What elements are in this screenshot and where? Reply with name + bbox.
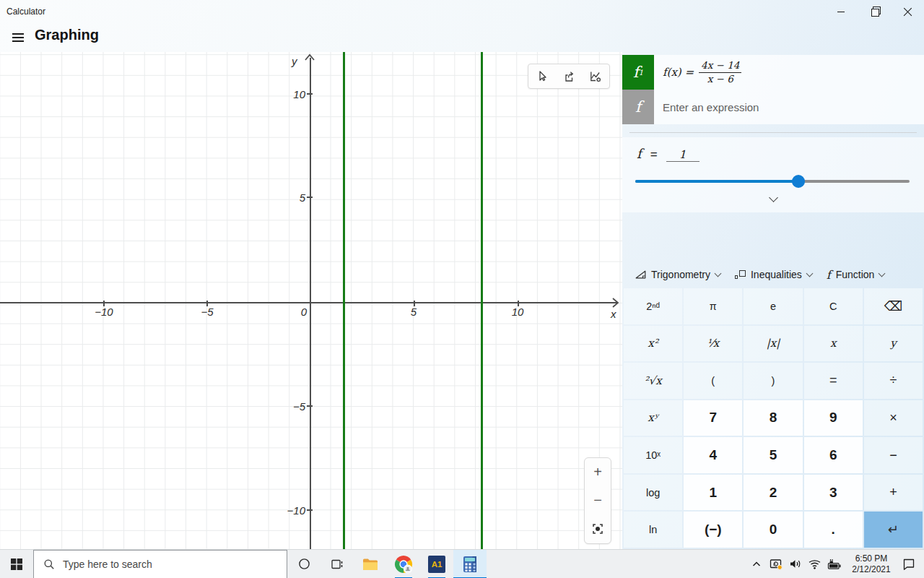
key-negate[interactable]: (−) <box>684 512 742 548</box>
trigonometry-menu[interactable]: Trigonometry <box>631 266 725 283</box>
expression-input[interactable]: Enter an expression <box>654 90 924 124</box>
y-tick-label: −5 <box>278 400 305 413</box>
close-button[interactable] <box>891 0 924 23</box>
key-close-paren[interactable]: ) <box>744 363 802 399</box>
trace-button[interactable] <box>528 64 555 88</box>
key-0[interactable]: 0 <box>744 512 802 548</box>
minimize-button[interactable] <box>824 0 858 23</box>
key-3[interactable]: 3 <box>804 475 863 511</box>
y-tickmark <box>307 197 313 198</box>
wifi-icon <box>808 557 821 571</box>
y-tick-label: −10 <box>278 504 305 517</box>
collapse-slider-button[interactable] <box>760 192 786 207</box>
function-f1-badge[interactable]: f1 <box>622 55 654 90</box>
key-divide[interactable]: ÷ <box>864 363 923 399</box>
inequalities-icon <box>735 270 746 280</box>
key-pi[interactable]: π <box>684 288 742 324</box>
expression-placeholder: Enter an expression <box>663 101 759 113</box>
key-open-paren[interactable]: ( <box>684 363 742 399</box>
function-f1-expression[interactable]: f(x) = 4x − 14 x − 6 <box>654 55 924 90</box>
x-tick-label: −10 <box>90 306 118 318</box>
y-tick-label: 5 <box>278 191 305 204</box>
tray-overflow-button[interactable] <box>746 550 766 578</box>
restore-button[interactable] <box>858 0 891 23</box>
hamburger-menu-button[interactable] <box>6 26 30 49</box>
speaker-icon <box>788 557 802 571</box>
key-subtract[interactable]: − <box>864 437 923 473</box>
function-new-badge[interactable]: f <box>622 90 654 124</box>
key-10-power-x[interactable]: 10ˣ <box>624 437 682 473</box>
x-axis-arrow-icon <box>609 297 621 309</box>
share-button[interactable] <box>555 64 582 88</box>
key-enter[interactable]: ↵ <box>864 512 923 548</box>
slider-thumb[interactable] <box>792 175 805 188</box>
zoom-out-button[interactable]: − <box>585 486 611 514</box>
x-tick-label: 10 <box>503 306 532 318</box>
graph-canvas[interactable]: y x −10 −5 0 5 10 10 5 −5 −10 + − <box>0 52 622 549</box>
key-7[interactable]: 7 <box>684 400 742 436</box>
key-2[interactable]: 2 <box>744 475 802 511</box>
key-9[interactable]: 9 <box>804 400 863 436</box>
battery-tray-button[interactable] <box>824 550 844 578</box>
graph-options-button[interactable] <box>583 64 609 88</box>
key-add[interactable]: + <box>864 475 923 511</box>
minimize-icon <box>837 12 845 12</box>
key-x-squared[interactable]: x² <box>624 326 682 362</box>
y-axis-label: y <box>292 55 297 67</box>
calculator-button[interactable] <box>453 550 487 578</box>
chevron-down-icon <box>879 270 886 277</box>
function-row-f1[interactable]: f1 f(x) = 4x − 14 x − 6 <box>622 55 924 90</box>
taskbar-search-input[interactable]: Type here to search <box>33 550 287 578</box>
function-icon: f <box>827 268 831 282</box>
f1-denominator: x − 6 <box>707 73 733 85</box>
key-log[interactable]: log <box>624 475 682 511</box>
zoom-in-button[interactable]: + <box>585 458 611 486</box>
variable-value-field[interactable]: 1 <box>666 148 699 162</box>
clock-time: 6:50 PM <box>844 553 899 564</box>
action-center-button[interactable] <box>899 550 918 578</box>
variable-name: f <box>637 146 642 161</box>
x-axis <box>0 302 618 303</box>
key-e[interactable]: e <box>744 288 802 324</box>
key-5[interactable]: 5 <box>744 437 802 473</box>
key-clear[interactable]: C <box>804 288 863 324</box>
chevron-down-icon <box>769 193 778 202</box>
cortana-button[interactable] <box>287 550 321 578</box>
variable-slider[interactable] <box>635 175 910 188</box>
wifi-tray-button[interactable] <box>805 550 824 578</box>
key-sqrt[interactable]: ²√x <box>624 363 682 399</box>
key-decimal[interactable]: . <box>804 512 863 548</box>
taskbar-clock[interactable]: 6:50 PM 2/12/2021 <box>844 553 899 575</box>
plot-line-f1-left-branch[interactable] <box>343 52 345 549</box>
plot-line-f1-right-branch[interactable] <box>481 52 483 549</box>
task-view-button[interactable] <box>321 550 354 578</box>
aleks-a1-button[interactable]: A1 <box>420 550 453 578</box>
volume-tray-button[interactable] <box>785 550 805 578</box>
start-button[interactable] <box>0 550 33 578</box>
key-backspace[interactable]: ⌫ <box>864 288 923 324</box>
y-axis-arrow-icon <box>304 52 315 64</box>
zoom-fit-button[interactable] <box>585 515 611 543</box>
key-reciprocal[interactable]: ⅟x <box>684 326 742 362</box>
key-y[interactable]: y <box>864 326 923 362</box>
display-update-tray-button[interactable] <box>766 550 785 578</box>
key-equals[interactable]: = <box>804 363 863 399</box>
function-row-new[interactable]: f Enter an expression <box>622 90 924 124</box>
key-multiply[interactable]: × <box>864 400 923 436</box>
key-4[interactable]: 4 <box>684 437 742 473</box>
f1-lhs: f(x) = <box>663 66 694 79</box>
key-6[interactable]: 6 <box>804 437 863 473</box>
key-8[interactable]: 8 <box>744 400 802 436</box>
chrome-button[interactable] <box>387 550 420 578</box>
key-2nd[interactable]: 2ⁿᵈ <box>624 288 682 324</box>
inequalities-menu[interactable]: Inequalities <box>731 266 816 283</box>
graph-toolbar <box>528 64 610 89</box>
file-explorer-button[interactable] <box>354 550 387 578</box>
key-x[interactable]: x <box>804 326 863 362</box>
key-abs[interactable]: |x| <box>744 326 802 362</box>
key-1[interactable]: 1 <box>684 475 742 511</box>
a1-app-icon: A1 <box>428 556 445 573</box>
key-x-power-y[interactable]: xʸ <box>624 400 682 436</box>
function-menu[interactable]: f Function <box>822 265 889 285</box>
key-ln[interactable]: ln <box>624 512 682 548</box>
